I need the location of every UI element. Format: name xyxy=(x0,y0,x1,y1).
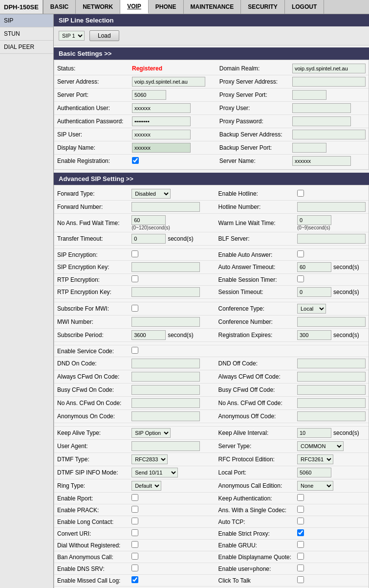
subscribe-mwi-checkbox[interactable] xyxy=(131,305,138,312)
display-name-input[interactable] xyxy=(132,143,191,153)
backup-server-port-input[interactable] xyxy=(292,143,326,153)
always-cfwd-on-input[interactable] xyxy=(131,372,200,382)
server-address-input[interactable] xyxy=(132,77,205,87)
enable-hotline-checkbox[interactable] xyxy=(297,190,304,197)
forward-type-select[interactable]: DisabledAlwaysBusyNo Answer xyxy=(131,189,171,199)
ban-anonymous-call-checkbox[interactable] xyxy=(131,553,138,560)
dnd-on-code-input[interactable] xyxy=(131,359,200,368)
no-ans-cfwd-off-input[interactable] xyxy=(297,398,366,408)
tab-security[interactable]: SECURITY xyxy=(241,0,285,14)
blf-server-label: BLF Server: xyxy=(216,232,294,246)
sip-encryption-key-input[interactable] xyxy=(131,262,200,272)
session-timeout-input[interactable] xyxy=(297,287,331,297)
always-cfwd-off-input[interactable] xyxy=(297,372,366,382)
auto-answer-timeout-input[interactable] xyxy=(297,262,331,272)
sip-line-section: SIP 1 SIP 2 SIP 3 SIP 4 Load xyxy=(54,26,369,45)
enable-session-timer-checkbox[interactable] xyxy=(297,275,304,282)
enable-service-code-checkbox[interactable] xyxy=(131,347,138,354)
proxy-user-input[interactable] xyxy=(292,103,351,113)
sidebar-item-stun[interactable]: STUN xyxy=(0,27,53,41)
convert-uri-checkbox[interactable] xyxy=(131,529,138,536)
auth-user-label: Authentication User: xyxy=(54,102,129,115)
enable-prack-checkbox[interactable] xyxy=(131,506,138,513)
sip-encryption-checkbox[interactable] xyxy=(131,250,138,257)
server-address-label: Server Address: xyxy=(54,75,129,89)
anonymous-off-input[interactable] xyxy=(297,411,366,421)
forward-number-input[interactable] xyxy=(131,202,200,212)
tab-voip[interactable]: VOIP xyxy=(120,0,149,14)
load-button[interactable]: Load xyxy=(89,30,119,41)
auth-password-input[interactable] xyxy=(132,116,191,126)
enable-gruu-checkbox[interactable] xyxy=(297,541,304,548)
enable-dns-srv-checkbox[interactable] xyxy=(131,565,138,571)
server-type-select[interactable]: COMMONBROADSOFTCISCO xyxy=(297,441,344,451)
conference-type-select[interactable]: LocalServer xyxy=(297,304,326,314)
ans-single-codec-checkbox[interactable] xyxy=(297,506,304,513)
keep-authentication-checkbox[interactable] xyxy=(297,494,304,501)
ring-type-label: Ring Type: xyxy=(54,479,129,493)
tab-maintenance[interactable]: MAINTENANCE xyxy=(184,0,241,14)
enable-dns-srv-label: Enable DNS SRV: xyxy=(54,563,129,575)
tab-logout[interactable]: LOGOUT xyxy=(285,0,324,14)
keep-alive-type-select[interactable]: SIP OptionUDPNone xyxy=(131,428,171,438)
transfer-timeout-input[interactable] xyxy=(131,234,166,244)
tab-phone[interactable]: PHONE xyxy=(149,0,184,14)
rtp-encryption-key-input[interactable] xyxy=(131,287,200,297)
server-name-input[interactable] xyxy=(292,156,351,166)
no-ans-fwd-wait-input[interactable] xyxy=(131,215,166,225)
proxy-server-port-input[interactable] xyxy=(292,90,326,100)
hotline-number-input[interactable] xyxy=(297,202,366,212)
click-to-talk-checkbox[interactable] xyxy=(297,576,304,583)
warm-line-wait-input[interactable] xyxy=(297,215,331,225)
user-agent-input[interactable] xyxy=(131,441,200,451)
anonymous-off-label: Anonymous Off Code: xyxy=(216,410,294,423)
advanced-settings-header: Advanced SIP Setting >> xyxy=(54,173,369,185)
anonymous-on-input[interactable] xyxy=(131,411,200,421)
auto-tcp-checkbox[interactable] xyxy=(297,518,304,524)
blf-server-input[interactable] xyxy=(297,234,366,244)
registration-expires-input[interactable] xyxy=(297,330,331,340)
dtmf-type-select[interactable]: RFC2833SIP INFOInband xyxy=(131,454,168,464)
tab-network[interactable]: NETWORK xyxy=(76,0,120,14)
enable-missed-call-log-checkbox[interactable] xyxy=(131,576,138,583)
proxy-password-input[interactable] xyxy=(292,116,351,126)
subscribe-period-input[interactable] xyxy=(131,330,166,340)
enable-auto-answer-checkbox[interactable] xyxy=(297,250,304,257)
domain-realm-input[interactable] xyxy=(292,64,366,73)
content-area: SIP Line Selection SIP 1 SIP 2 SIP 3 SIP… xyxy=(54,14,369,588)
sidebar-item-dial-peer[interactable]: DIAL PEER xyxy=(0,41,53,54)
busy-cfwd-on-input[interactable] xyxy=(131,385,200,395)
status-value: Registered xyxy=(132,65,162,72)
dial-without-registered-checkbox[interactable] xyxy=(131,541,138,548)
server-port-input[interactable] xyxy=(132,90,166,100)
local-port-input[interactable] xyxy=(297,468,331,477)
dtmf-sip-info-select[interactable]: Send 10/11Send */#Send A/B/C/D xyxy=(131,468,178,477)
no-ans-cfwd-on-input[interactable] xyxy=(131,398,200,408)
mwi-number-input[interactable] xyxy=(131,317,200,327)
enable-rport-checkbox[interactable] xyxy=(131,494,138,501)
proxy-server-address-input[interactable] xyxy=(292,77,366,87)
rtp-encryption-checkbox[interactable] xyxy=(131,275,138,282)
auto-answer-timeout-unit: second(s) xyxy=(333,264,359,271)
dnd-off-code-input[interactable] xyxy=(297,359,366,368)
enable-strict-proxy-checkbox[interactable] xyxy=(297,529,304,536)
sip-line-select[interactable]: SIP 1 SIP 2 SIP 3 SIP 4 xyxy=(59,31,85,41)
enable-long-contact-checkbox[interactable] xyxy=(131,518,138,524)
keep-alive-interval-input[interactable] xyxy=(297,428,331,438)
backup-server-address-input[interactable] xyxy=(292,130,366,139)
busy-cfwd-off-input[interactable] xyxy=(297,385,366,395)
sidebar-item-sip[interactable]: SIP xyxy=(0,14,53,27)
anonymous-call-edition-select[interactable]: NoneRFC3323P-header xyxy=(297,481,333,491)
tab-basic[interactable]: BASIC xyxy=(43,0,76,14)
enable-user-phone-checkbox[interactable] xyxy=(297,565,304,571)
backup-server-address-label: Backup Server Address: xyxy=(217,128,289,141)
conference-number-input[interactable] xyxy=(297,317,366,327)
ring-type-select[interactable]: DefaultRing1Ring2 xyxy=(131,481,161,491)
server-port-label: Server Port: xyxy=(54,89,129,102)
auth-user-input[interactable] xyxy=(132,103,191,113)
enable-registration-checkbox[interactable] xyxy=(132,157,139,164)
server-type-label: Server Type: xyxy=(216,440,294,453)
enable-displayname-quote-checkbox[interactable] xyxy=(297,553,304,560)
sip-user-input[interactable] xyxy=(132,130,191,139)
rfc-protocol-select[interactable]: RFC3261RFC2543 xyxy=(297,454,333,464)
